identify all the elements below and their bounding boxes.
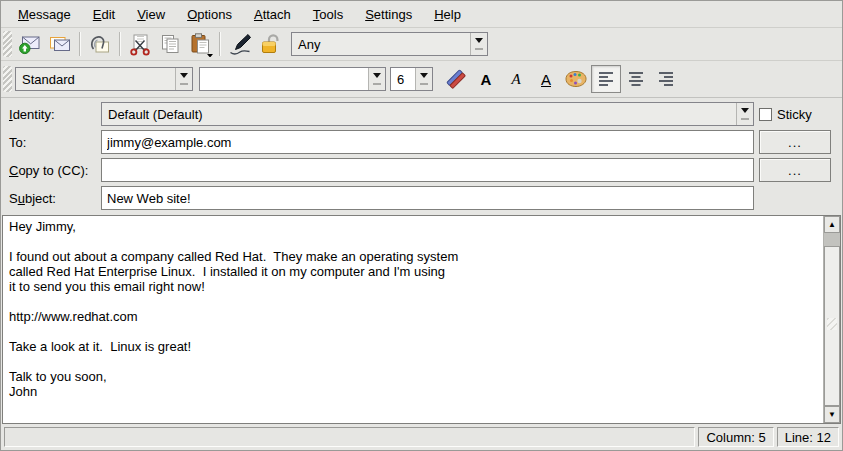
sign-message-button[interactable]	[225, 30, 255, 58]
send-mail-icon	[18, 32, 42, 56]
attach-file-button[interactable]	[85, 30, 115, 58]
queue-mail-icon	[48, 32, 72, 56]
main-toolbar: Any	[1, 28, 842, 61]
sticky-option: Sticky	[759, 107, 837, 122]
toolbar-separator	[79, 32, 81, 56]
message-body-text[interactable]: Hey Jimmy, I found out about a company c…	[9, 219, 820, 423]
scrollbar-thumb[interactable]	[824, 246, 840, 406]
send-button[interactable]	[15, 30, 45, 58]
subject-label: Subject:	[9, 191, 96, 206]
copy-icon	[158, 32, 182, 56]
reset-font-eraser-icon	[443, 66, 469, 92]
paste-icon	[187, 31, 213, 57]
composer-headers: Identity: Default (Default) Sticky To: .…	[1, 98, 842, 215]
subject-input[interactable]	[101, 186, 754, 210]
bold-icon: A	[481, 71, 492, 88]
toolbar-separator	[219, 32, 221, 56]
menu-tools[interactable]: Tools	[302, 4, 354, 25]
menu-settings[interactable]: Settings	[354, 4, 423, 25]
to-input[interactable]	[101, 130, 754, 154]
kmail-composer-window: Message Edit View Options Attach Tools S…	[0, 0, 843, 451]
sticky-label: Sticky	[777, 107, 812, 122]
chevron-down-icon[interactable]	[415, 68, 432, 90]
align-left-icon	[595, 68, 617, 90]
cut-icon	[128, 32, 152, 56]
arrow-up-icon: ▲	[828, 221, 836, 229]
crypto-format-combo[interactable]: Any	[291, 32, 488, 56]
identity-combo[interactable]: Default (Default)	[101, 102, 754, 126]
font-size-value: 6	[391, 72, 415, 87]
italic-icon: A	[511, 71, 520, 88]
identity-value: Default (Default)	[102, 107, 736, 122]
chevron-down-icon[interactable]	[175, 68, 192, 90]
cc-input[interactable]	[101, 158, 754, 182]
paragraph-style-combo[interactable]: Standard	[15, 67, 193, 91]
to-addressbook-button[interactable]: ...	[759, 130, 831, 154]
menu-options[interactable]: Options	[176, 4, 243, 25]
paste-button[interactable]	[185, 30, 215, 58]
italic-button[interactable]: A	[501, 65, 531, 93]
reset-font-button[interactable]	[441, 65, 471, 93]
toolbar-drag-handle[interactable]	[3, 31, 12, 57]
font-family-combo[interactable]	[199, 67, 386, 91]
menu-help[interactable]: Help	[423, 4, 472, 25]
identity-label: Identity:	[9, 107, 96, 122]
font-size-combo[interactable]: 6	[390, 67, 433, 91]
status-line: Line: 12	[777, 427, 839, 447]
scroll-down-button[interactable]: ▼	[824, 406, 840, 423]
chevron-down-icon[interactable]	[368, 68, 385, 90]
statusbar: Column: 5 Line: 12	[1, 424, 842, 450]
to-label: To:	[9, 135, 96, 150]
chevron-down-icon[interactable]	[736, 103, 753, 125]
menubar: Message Edit View Options Attach Tools S…	[1, 1, 842, 28]
sticky-checkbox[interactable]	[759, 108, 772, 121]
scroll-up-button[interactable]: ▲	[824, 216, 840, 233]
toolbar-separator	[119, 32, 121, 56]
align-left-button[interactable]	[591, 65, 621, 93]
align-center-button[interactable]	[621, 65, 651, 93]
chevron-down-icon[interactable]	[470, 33, 487, 55]
paragraph-style-value: Standard	[16, 72, 175, 87]
crypto-format-value: Any	[292, 37, 470, 52]
cut-button[interactable]	[125, 30, 155, 58]
encrypt-message-button[interactable]	[255, 30, 285, 58]
arrow-down-icon: ▼	[828, 411, 836, 419]
menu-attach[interactable]: Attach	[243, 4, 302, 25]
vertical-scrollbar[interactable]: ▲ ▼	[823, 216, 840, 423]
sign-message-icon	[227, 31, 253, 57]
menu-view[interactable]: View	[126, 4, 176, 25]
cc-label: Copy to (CC):	[9, 163, 96, 178]
format-toolbar: Standard 6 A A A	[1, 61, 842, 98]
bold-button[interactable]: A	[471, 65, 501, 93]
align-right-icon	[655, 68, 677, 90]
message-body-editor[interactable]: Hey Jimmy, I found out about a company c…	[2, 215, 841, 424]
queue-button[interactable]	[45, 30, 75, 58]
copy-button[interactable]	[155, 30, 185, 58]
attach-file-icon	[88, 32, 112, 56]
menu-message[interactable]: Message	[7, 4, 82, 25]
text-color-palette-icon	[563, 66, 589, 92]
status-column: Column: 5	[698, 427, 773, 447]
align-center-icon	[625, 68, 647, 90]
encrypt-message-icon	[258, 32, 282, 56]
status-message	[4, 427, 695, 447]
underline-button[interactable]: A	[531, 65, 561, 93]
toolbar-drag-handle[interactable]	[3, 66, 12, 92]
align-right-button[interactable]	[651, 65, 681, 93]
underline-icon: A	[541, 71, 551, 88]
cc-addressbook-button[interactable]: ...	[759, 158, 831, 182]
menu-edit[interactable]: Edit	[82, 4, 126, 25]
text-color-button[interactable]	[561, 65, 591, 93]
scrollbar-trough[interactable]	[824, 233, 840, 246]
